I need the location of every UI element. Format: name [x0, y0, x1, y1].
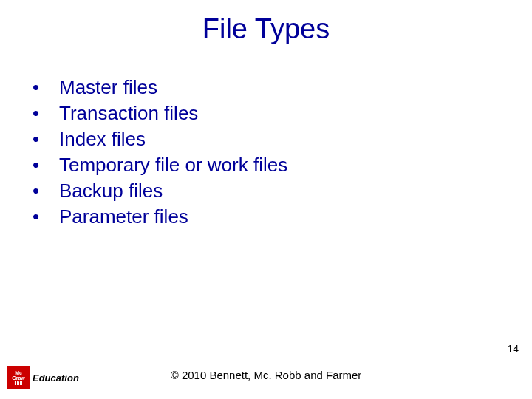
list-item: • Parameter files	[30, 204, 532, 230]
bullet-icon: •	[30, 152, 59, 178]
bullet-icon: •	[30, 178, 59, 204]
bullet-icon: •	[30, 126, 59, 152]
logo-line: Hill	[15, 381, 23, 386]
copyright-text: © 2010 Bennett, Mc. Robb and Farmer	[0, 369, 532, 381]
bullet-text: Transaction files	[59, 100, 532, 126]
slide-number: 14	[507, 343, 519, 355]
bullet-icon: •	[30, 204, 59, 230]
bullet-list: • Master files • Transaction files • Ind…	[0, 52, 532, 231]
bullet-icon: •	[30, 75, 59, 100]
bullet-text: Backup files	[59, 178, 532, 204]
bullet-text: Parameter files	[59, 204, 532, 230]
list-item: • Transaction files	[30, 100, 532, 126]
slide-title: File Types	[0, 0, 532, 52]
publisher-logo: Mc Graw Hill Education	[7, 366, 79, 389]
bullet-text: Master files	[59, 75, 532, 100]
logo-icon: Mc Graw Hill	[7, 366, 30, 389]
list-item: • Master files	[30, 75, 532, 100]
logo-text: Education	[33, 372, 79, 383]
logo-line: Graw	[12, 375, 25, 381]
logo-line: Mc	[15, 370, 22, 375]
bullet-text: Index files	[59, 126, 532, 152]
bullet-icon: •	[30, 100, 59, 126]
bullet-text: Temporary file or work files	[59, 152, 532, 178]
list-item: • Backup files	[30, 178, 532, 204]
list-item: • Temporary file or work files	[30, 152, 532, 178]
list-item: • Index files	[30, 126, 532, 152]
